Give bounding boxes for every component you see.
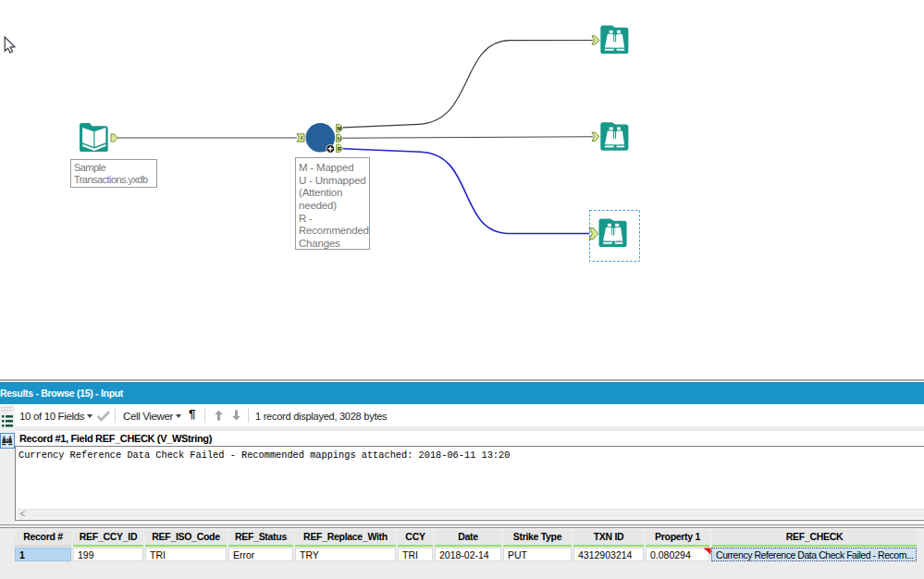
svg-text:U: U [338, 136, 341, 142]
svg-text:M: M [337, 126, 341, 131]
svg-text:R: R [338, 146, 342, 152]
